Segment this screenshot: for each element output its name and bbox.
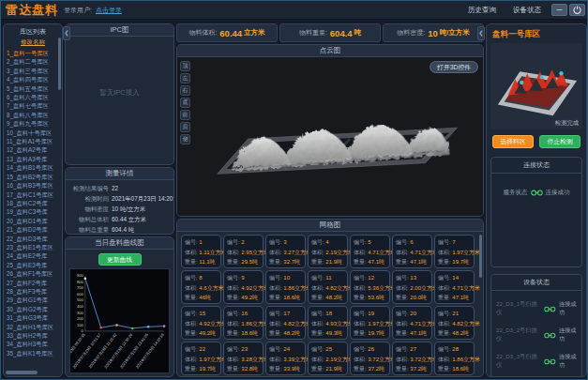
- sidebar-item-storage-zone[interactable]: 17_盘料C1号库区: [7, 190, 62, 199]
- svg-text:2021年07月23日 11:15:42: 2021年07月23日 11:15:42: [87, 332, 117, 369]
- grid-vertical-scrollbar[interactable]: [479, 235, 482, 278]
- sidebar-item-storage-zone[interactable]: 10_盘料十号库区: [7, 129, 62, 137]
- grid-card[interactable]: 编号: 19体积: 1.97立方米重量: 19.7吨: [350, 306, 390, 340]
- sidebar-item-storage-zone[interactable]: 20_盘料D1号库: [7, 217, 62, 225]
- sidebar-item-storage-zone[interactable]: 32_盘料H1号库区: [7, 323, 62, 331]
- card-weight-label: 重量:: [438, 366, 452, 372]
- grid-card[interactable]: 编号: 22体积: 1.97立方米重量: 19.7吨: [181, 342, 221, 375]
- sidebar-item-storage-zone[interactable]: 19_盘料C3号库: [7, 207, 62, 216]
- collapse-sidebar-button[interactable]: ❮: [63, 26, 70, 40]
- grid-card[interactable]: 编号: 21体积: 4.82立方米重量: 48.2吨: [434, 306, 475, 340]
- close-button[interactable]: [569, 4, 585, 16]
- history-query-button[interactable]: 历史查询: [460, 6, 505, 15]
- sidebar-item-storage-zone[interactable]: 24_盘料E2号库: [7, 251, 62, 260]
- grid-card[interactable]: 编号: 14体积: 4.71立方米重量: 47.1吨: [434, 270, 475, 304]
- sidebar-item-storage-zone[interactable]: 31_盘料G3号库: [7, 313, 62, 322]
- card-id-line: 编号: 16: [227, 309, 263, 319]
- grid-card[interactable]: 编号: 5体积: 4.71立方米重量: 47.1吨: [350, 235, 390, 268]
- grid-card[interactable]: 编号: 27体积: 3.72立方米重量: 37.2吨: [392, 342, 432, 375]
- sidebar-item-storage-zone[interactable]: 18_盘料C2号库: [7, 199, 62, 207]
- select-zone-button[interactable]: 选择料区: [492, 135, 534, 148]
- point-cloud-view[interactable]: 顶左右底前后侧 打开3D控件: [177, 57, 483, 216]
- view-button[interactable]: 前: [180, 110, 190, 120]
- collapse-zone-panel-button[interactable]: ❮: [477, 26, 485, 40]
- grid-card[interactable]: 编号: 3体积: 3.27立方米重量: 32.7吨: [265, 235, 306, 268]
- grid-card[interactable]: 编号: 23体积: 3.28立方米重量: 32.8吨: [223, 342, 264, 375]
- sidebar-item-storage-zone[interactable]: 3_盘料三号库区: [7, 67, 62, 75]
- sidebar-item-storage-zone[interactable]: 14_盘料B1号库区: [7, 163, 62, 172]
- link-icon: [544, 332, 556, 339]
- minimize-button[interactable]: ─: [551, 4, 567, 16]
- sidebar-item-storage-zone[interactable]: 33_盘料H2号库: [7, 331, 62, 340]
- sidebar-item-storage-zone[interactable]: 11_盘料A1号库区: [7, 137, 62, 145]
- grid-card[interactable]: 编号: 7体积: 1.97立方米重量: 19.7吨: [434, 235, 475, 268]
- grid-card[interactable]: 编号: 10体积: 1.86立方米重量: 18.6吨: [265, 270, 306, 304]
- sidebar-item-storage-zone[interactable]: 34_盘料H3号库: [7, 340, 62, 348]
- view-button[interactable]: 后: [180, 122, 190, 132]
- grid-card[interactable]: 编号: 24体积: 3.39立方米重量: 33.9吨: [265, 342, 306, 375]
- stop-detection-button[interactable]: 停止检测: [539, 135, 580, 148]
- sidebar-item-storage-zone[interactable]: 9_盘料九号库区: [7, 119, 62, 128]
- sidebar-item-storage-zone[interactable]: 15_盘料B2号库区: [7, 173, 62, 181]
- grid-card[interactable]: 编号: 18体积: 4.93立方米重量: 49.3吨: [308, 306, 348, 340]
- device-status-button[interactable]: 设备状态: [505, 6, 550, 15]
- sidebar-item-storage-zone[interactable]: 22_盘料D3号库: [7, 235, 62, 243]
- sidebar-item-storage-zone[interactable]: 25_盘料E3号库: [7, 261, 62, 269]
- grid-card[interactable]: 编号: 20体积: 4.71立方米重量: 47.1吨: [392, 306, 432, 340]
- grid-card[interactable]: 编号: 1体积: 1.11立方米重量: 11.1吨: [181, 235, 221, 268]
- grid-card[interactable]: 编号: 12体积: 5.36立方米重量: 53.6吨: [350, 270, 390, 304]
- view-button[interactable]: 左: [180, 73, 190, 84]
- svg-text:2021年07月23日 10:01:57: 2021年07月23日 10:01:57: [71, 332, 101, 369]
- view-button[interactable]: 底: [180, 98, 190, 108]
- rename-link[interactable]: 修改名称: [4, 37, 62, 49]
- open-3d-controls-button[interactable]: 打开3D控件: [430, 61, 478, 73]
- refresh-curve-button[interactable]: 更新曲线: [98, 253, 142, 266]
- card-volume-line: 体积: 4.92立方米: [227, 283, 263, 294]
- sidebar-vertical-scrollbar[interactable]: [58, 38, 61, 90]
- sidebar-item-storage-zone[interactable]: 21_盘料D2号库: [7, 225, 62, 234]
- sidebar-item-storage-zone[interactable]: 16_盘料B3号库区: [7, 181, 62, 190]
- zone-model-view[interactable]: 检测完成: [490, 43, 582, 129]
- sidebar-item-storage-zone[interactable]: 29_盘料G1号库: [7, 296, 62, 304]
- sidebar-item-storage-zone[interactable]: 1_盘料一号库区: [7, 49, 62, 57]
- sidebar-item-storage-zone[interactable]: 8_盘料八号库区: [7, 111, 62, 119]
- grid-card[interactable]: 编号: 28体积: 1.86立方米重量: 18.6吨: [434, 342, 475, 375]
- sidebar-item-storage-zone[interactable]: 35_盘料K1号库区: [7, 349, 62, 357]
- device-row: 22_D3_2号扫描仪连接成功: [496, 327, 581, 343]
- card-id-line: 编号: 28: [438, 344, 474, 355]
- grid-card[interactable]: 编号: 2体积: 2.95立方米重量: 29.5吨: [223, 235, 264, 268]
- grid-card[interactable]: 编号: 16体积: 1.86立方米重量: 18.6吨: [223, 306, 264, 340]
- sidebar-item-storage-zone[interactable]: 23_盘料E1号库区: [7, 243, 62, 251]
- grid-card[interactable]: 编号: 8体积: 4.6立方米重量: 46吨: [181, 270, 221, 304]
- grid-card[interactable]: 编号: 15体积: 4.92立方米重量: 49.2吨: [181, 306, 221, 340]
- sidebar-item-storage-zone[interactable]: 4_盘料四号库区: [7, 75, 62, 84]
- card-volume-line: 体积: 4.71立方米: [354, 248, 389, 258]
- sidebar-item-storage-zone[interactable]: 30_盘料G2号库: [7, 305, 62, 313]
- sidebar-item-storage-zone[interactable]: 6_盘料六号库区: [7, 93, 62, 101]
- connection-status-panel: 连接状态 服务状态 连接成功: [490, 157, 582, 267]
- sidebar-item-storage-zone[interactable]: 5_盘料五号库区: [7, 84, 62, 93]
- card-volume-label: 体积:: [269, 250, 283, 255]
- view-button[interactable]: 侧: [180, 134, 190, 144]
- card-weight-label: 重量:: [269, 330, 283, 336]
- grid-card[interactable]: 编号: 9体积: 4.92立方米重量: 49.2吨: [223, 270, 264, 304]
- sidebar-item-storage-zone[interactable]: 27_盘料F2号库: [7, 279, 62, 287]
- grid-card[interactable]: 编号: 4体积: 2.19立方米重量: 21.9吨: [308, 235, 348, 268]
- sidebar-item-storage-zone[interactable]: 13_盘料A3号库: [7, 155, 62, 163]
- sidebar-item-storage-zone[interactable]: 12_盘料A2号库: [7, 145, 62, 154]
- sidebar-item-storage-zone[interactable]: 26_盘料F1号库区: [7, 269, 62, 278]
- grid-card[interactable]: 编号: 25体积: 2.19立方米重量: 21.9吨: [308, 342, 348, 375]
- grid-card[interactable]: 编号: 17体积: 4.82立方米重量: 48.2吨: [265, 306, 306, 340]
- sidebar-item-storage-zone[interactable]: 28_盘料F3号库: [7, 287, 62, 296]
- sidebar-item-storage-zone[interactable]: 7_盘料七号库区: [7, 101, 62, 110]
- grid-card[interactable]: 编号: 6体积: 4.71立方米重量: 47.1吨: [392, 235, 432, 268]
- sidebar-item-storage-zone[interactable]: 2_盘料二号库区: [7, 57, 62, 66]
- grid-card[interactable]: 编号: 26体积: 3.72立方米重量: 37.2吨: [350, 342, 390, 375]
- card-id-value: 2: [241, 239, 244, 245]
- sidebar-horizontal-scrollbar[interactable]: [6, 371, 38, 374]
- view-button[interactable]: 右: [180, 85, 190, 96]
- view-button[interactable]: 顶: [180, 61, 190, 71]
- grid-card[interactable]: 编号: 11体积: 4.82立方米重量: 48.2吨: [308, 270, 348, 304]
- grid-card[interactable]: 编号: 13体积: 2.00立方米重量: 20.0吨: [392, 270, 432, 304]
- login-link[interactable]: 点击登录: [96, 6, 122, 15]
